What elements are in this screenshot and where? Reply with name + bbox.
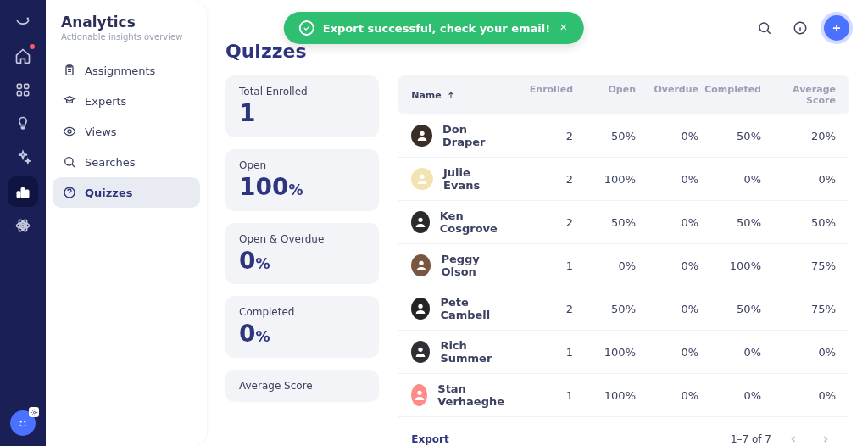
avatar: [411, 298, 430, 320]
avatar: [411, 211, 430, 233]
stat-value: 0%: [239, 321, 365, 348]
avatar: [411, 341, 430, 363]
cell-enrolled: 2: [510, 130, 573, 142]
rail-logo[interactable]: [8, 7, 38, 37]
cell-open: 100%: [573, 389, 636, 402]
stat-label: Open & Overdue: [239, 233, 365, 245]
cell-enrolled: 2: [510, 303, 573, 315]
cell-overdue: 0%: [636, 173, 698, 186]
export-button[interactable]: Export: [411, 433, 448, 445]
table-row[interactable]: Don Draper250%0%50%20%: [398, 114, 849, 158]
svg-rect-7: [25, 190, 28, 197]
stat-card-average_score: Average Score: [225, 370, 379, 402]
sidebar-item-label: Views: [85, 125, 117, 138]
stat-value: 0%: [239, 248, 365, 275]
svg-point-0: [27, 18, 30, 20]
pager: 1–7 of 7: [731, 429, 836, 446]
column-name[interactable]: Name: [411, 84, 510, 106]
cell-overdue: 0%: [636, 346, 698, 359]
svg-point-16: [68, 130, 71, 133]
svg-rect-1: [17, 84, 21, 88]
table-row[interactable]: Peggy Olson10%0%100%75%: [398, 244, 849, 287]
svg-point-17: [65, 158, 73, 165]
column-overdue[interactable]: Overdue: [636, 84, 698, 106]
sidebar-item-quizzes[interactable]: Quizzes: [53, 177, 200, 208]
column-open[interactable]: Open: [573, 84, 636, 106]
column-enrolled[interactable]: Enrolled: [510, 84, 573, 106]
sidebar-item-assignments[interactable]: Assignments: [53, 55, 200, 86]
cell-avg: 75%: [761, 303, 836, 315]
table-row[interactable]: Julie Evans2100%0%0%0%: [398, 158, 849, 201]
sidebar-item-label: Searches: [85, 156, 135, 169]
cell-name: Ken Cosgrove: [440, 209, 510, 235]
sidebar-item-views[interactable]: Views: [53, 116, 200, 147]
rail-apps[interactable]: [8, 75, 38, 105]
cell-enrolled: 2: [510, 173, 573, 186]
check-icon: [299, 20, 314, 36]
cell-overdue: 0%: [636, 303, 698, 315]
search-icon[interactable]: [753, 16, 776, 40]
svg-point-22: [420, 175, 424, 179]
info-icon[interactable]: [788, 16, 812, 40]
stat-card-open_overdue: Open & Overdue0%: [225, 223, 379, 285]
cell-avg: 0%: [761, 346, 836, 359]
rail-knowledge[interactable]: [8, 109, 38, 139]
avatar: [411, 168, 433, 190]
sidebar-item-experts[interactable]: Experts: [53, 86, 200, 116]
stat-label: Completed: [239, 306, 365, 318]
cell-open: 0%: [573, 259, 636, 272]
cell-completed: 50%: [698, 303, 761, 315]
svg-point-21: [420, 131, 424, 136]
cell-completed: 50%: [698, 216, 761, 229]
cell-name: Julie Evans: [443, 166, 510, 192]
cell-enrolled: 1: [510, 346, 573, 359]
cell-enrolled: 2: [510, 216, 573, 229]
stat-card-open: Open100%: [225, 149, 379, 211]
cell-avg: 0%: [761, 389, 836, 402]
column-avg[interactable]: Average Score: [761, 84, 836, 106]
cell-overdue: 0%: [636, 130, 698, 142]
toast-success: Export successful, check your email!: [284, 12, 584, 44]
rail-atom[interactable]: [8, 210, 38, 241]
cell-avg: 0%: [761, 173, 836, 186]
sidebar-item-searches[interactable]: Searches: [53, 147, 200, 177]
toast-close[interactable]: [559, 22, 569, 35]
cell-enrolled: 1: [510, 389, 573, 402]
table-footer: Export 1–7 of 7: [398, 417, 849, 446]
nav-rail: [0, 0, 46, 446]
cell-open: 100%: [573, 173, 636, 186]
table-header: Name Enrolled Open Overdue Completed Ave…: [398, 75, 849, 114]
rail-user-avatar[interactable]: [10, 410, 36, 436]
stat-value: 1: [239, 101, 365, 127]
pager-prev[interactable]: [783, 429, 804, 446]
cell-name: Pete Cambell: [440, 296, 510, 321]
cell-completed: 0%: [698, 346, 761, 359]
table-row[interactable]: Rich Summer1100%0%0%0%: [398, 331, 849, 374]
column-completed[interactable]: Completed: [698, 84, 761, 106]
cell-name: Don Draper: [442, 123, 510, 148]
table-row[interactable]: Pete Cambell250%0%50%75%: [398, 287, 849, 331]
cell-overdue: 0%: [636, 259, 698, 272]
column-name-label: Name: [411, 90, 442, 101]
cell-completed: 100%: [698, 259, 761, 272]
table-row[interactable]: Stan Verhaeghe1100%0%0%0%: [398, 374, 849, 417]
add-button[interactable]: [824, 15, 849, 41]
pager-next[interactable]: [815, 429, 836, 446]
svg-point-27: [417, 391, 421, 395]
cell-name: Peggy Olson: [441, 253, 510, 278]
avatar: [411, 384, 427, 406]
stat-label: Total Enrolled: [239, 86, 365, 98]
table-row[interactable]: Ken Cosgrove250%0%50%50%: [398, 201, 849, 244]
rail-home[interactable]: [8, 41, 38, 71]
svg-point-12: [20, 421, 22, 422]
stat-card-completed: Completed0%: [225, 296, 379, 358]
rail-sparkle[interactable]: [8, 142, 38, 173]
cell-completed: 50%: [698, 130, 761, 142]
cell-name: Rich Summer: [440, 339, 510, 365]
svg-rect-6: [21, 188, 24, 198]
cell-open: 50%: [573, 303, 636, 315]
cell-overdue: 0%: [636, 216, 698, 229]
svg-point-25: [419, 304, 423, 309]
rail-analytics[interactable]: [8, 176, 38, 207]
cell-enrolled: 1: [510, 259, 573, 272]
